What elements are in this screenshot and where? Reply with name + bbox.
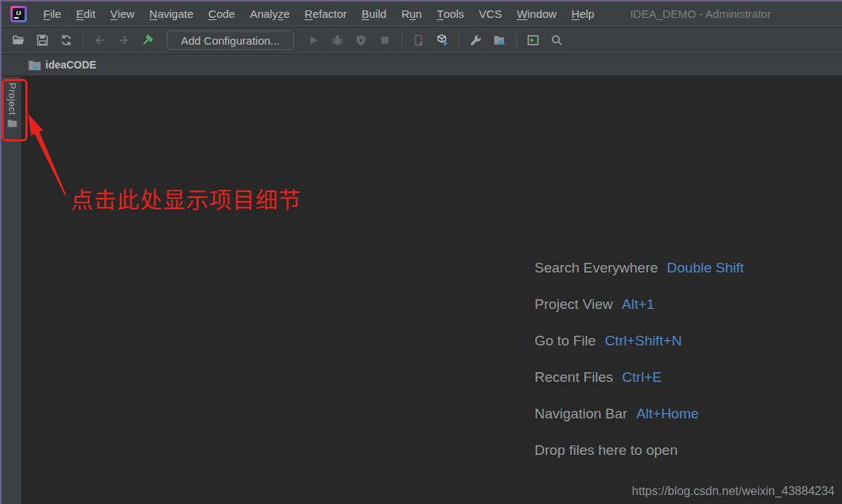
add-configuration-button[interactable]: Add Configuration...: [167, 31, 294, 50]
menu-item-vcs[interactable]: VCS: [471, 1, 509, 26]
shortcut-row: Recent Files Ctrl+E: [535, 359, 744, 395]
shortcut-key: Double Shift: [667, 260, 744, 276]
menu-bar: IJ File Edit View Navigate Code Analyze …: [1, 1, 842, 27]
save-icon[interactable]: [36, 34, 49, 47]
idea-window: IJ File Edit View Navigate Code Analyze …: [0, 0, 842, 504]
shortcut-key: Alt+1: [622, 296, 654, 313]
project-structure-icon[interactable]: [493, 34, 506, 47]
menu-item-edit[interactable]: Edit: [68, 1, 103, 26]
search-icon[interactable]: [550, 34, 564, 47]
coverage-icon[interactable]: [354, 34, 368, 47]
menu-item-view[interactable]: View: [103, 1, 142, 26]
shortcut-label: Drop files here to open: [535, 442, 677, 459]
shortcut-row: Project View Alt+1: [535, 286, 744, 322]
package-download-icon[interactable]: [436, 34, 449, 47]
toolbar-separator: [401, 33, 402, 48]
breadcrumb-project-name[interactable]: ideaCODE: [45, 59, 96, 71]
build-hammer-icon[interactable]: [141, 34, 154, 47]
shortcut-key: Ctrl+E: [622, 369, 662, 386]
menu-item-code[interactable]: Code: [201, 1, 243, 26]
shortcut-row: Search Everywhere Double Shift: [535, 249, 744, 286]
forward-icon[interactable]: [117, 34, 130, 47]
window-title: IDEA_DEMO - Administrator: [630, 7, 771, 20]
toolbar: Add Configuration...: [1, 28, 842, 54]
intellij-logo-icon: IJ: [10, 6, 27, 22]
shortcut-row: Drop files here to open: [535, 432, 744, 468]
toolbar-separator: [83, 33, 83, 48]
menu-item-help[interactable]: Help: [564, 1, 602, 26]
menu-item-navigate[interactable]: Navigate: [142, 1, 201, 26]
open-folder-icon[interactable]: [12, 34, 25, 47]
stop-icon[interactable]: [378, 34, 392, 47]
watermark-url: https://blog.csdn.net/weixin_43884234: [632, 485, 835, 498]
tool-window-stripe: [1, 77, 22, 504]
annotation-text: 点击此处显示项目细节: [71, 182, 302, 214]
menu-item-refactor[interactable]: Refactor: [297, 1, 354, 26]
toolbar-separator: [459, 33, 459, 48]
shortcut-label: Go to File: [535, 333, 596, 349]
shortcut-row: Navigation Bar Alt+Home: [535, 395, 744, 432]
sync-icon[interactable]: [60, 34, 73, 47]
menu-item-run[interactable]: Run: [394, 1, 430, 26]
shortcut-label: Recent Files: [535, 369, 613, 386]
shortcut-hints: Search Everywhere Double Shift Project V…: [535, 249, 744, 468]
back-icon[interactable]: [93, 34, 106, 47]
menu-item-analyze[interactable]: Analyze: [243, 1, 297, 26]
terminal-icon[interactable]: [526, 34, 540, 47]
shortcut-key: Ctrl+Shift+N: [605, 333, 681, 349]
menu-item-file[interactable]: File: [36, 1, 68, 26]
window-border-left: [0, 0, 1, 504]
project-tab-label: Project: [7, 83, 18, 115]
settings-wrench-icon[interactable]: [469, 34, 482, 47]
navigation-bar: ideaCODE: [1, 54, 842, 76]
shortcut-key: Alt+Home: [637, 406, 699, 422]
debug-icon[interactable]: [331, 34, 344, 47]
run-icon[interactable]: [307, 34, 320, 47]
menu-item-window[interactable]: Window: [509, 1, 564, 26]
editor-area: Project 点击此处显示项目细节 Search Everywhere Dou…: [1, 77, 842, 504]
intellij-logo-text: IJ: [13, 8, 25, 20]
project-folder-icon: [28, 60, 41, 71]
folder-icon: [7, 119, 17, 127]
shortcut-row: Go to File Ctrl+Shift+N: [535, 322, 744, 359]
menu-item-build[interactable]: Build: [354, 1, 394, 26]
menu-item-tools[interactable]: Tools: [430, 1, 472, 26]
shortcut-label: Navigation Bar: [535, 406, 628, 422]
shortcut-label: Project View: [535, 296, 613, 313]
shortcut-label: Search Everywhere: [535, 260, 658, 276]
toolbar-separator: [516, 33, 517, 48]
project-tool-window-button[interactable]: Project: [4, 83, 20, 139]
window-border-top: [0, 0, 842, 1]
device-icon[interactable]: [412, 34, 425, 47]
